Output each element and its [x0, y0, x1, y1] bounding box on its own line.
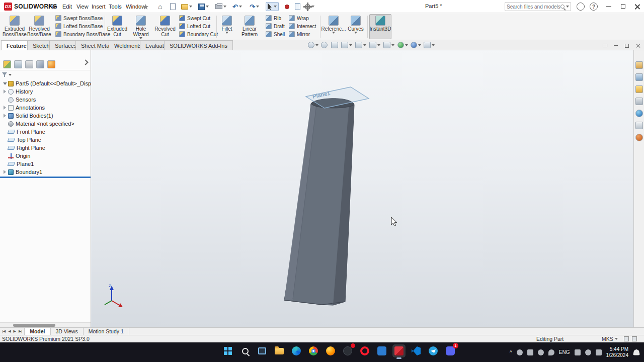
- revolved-cut-button[interactable]: Revolved Cut: [154, 14, 176, 39]
- next-tab-button[interactable]: ▶: [13, 329, 17, 333]
- tree-item-sensors[interactable]: Sensors: [0, 96, 91, 104]
- chevron-down-icon[interactable]: [225, 32, 228, 34]
- notification-center-icon[interactable]: [633, 349, 640, 355]
- zoom-area-button[interactable]: [321, 42, 328, 48]
- undo-button[interactable]: ↶: [232, 2, 242, 11]
- tree-item-right-plane[interactable]: Right Plane: [0, 144, 91, 152]
- onedrive-icon[interactable]: [548, 349, 554, 355]
- tray-icon-3[interactable]: [538, 349, 544, 355]
- shell-button[interactable]: Shell: [265, 30, 287, 38]
- edge-button[interactable]: [290, 344, 303, 357]
- doc-cascade-button[interactable]: [600, 42, 610, 49]
- firefox-button[interactable]: [324, 344, 337, 357]
- solidworks-resources-icon[interactable]: [635, 134, 643, 141]
- expanded-arrow-icon[interactable]: [3, 82, 7, 85]
- tree-root-part5[interactable]: Part5 (Default<<Default>_Display S: [0, 79, 91, 87]
- tree-item-material[interactable]: Material <not specified>: [0, 120, 91, 128]
- language-indicator[interactable]: ENG: [559, 349, 570, 355]
- collapsed-arrow-icon[interactable]: [4, 114, 6, 118]
- panel-horizontal-scrollbar[interactable]: [0, 322, 91, 327]
- view-settings-button[interactable]: [424, 42, 435, 48]
- swept-boss-base-button[interactable]: Swept Boss/Base: [54, 14, 103, 22]
- search-icon[interactable]: [560, 5, 565, 9]
- view-palette-icon[interactable]: [635, 98, 643, 105]
- tree-item-annotations[interactable]: Annotations: [0, 104, 91, 112]
- extruded-boss-base-button[interactable]: Extruded Boss/Base: [3, 14, 26, 39]
- chevron-down-icon[interactable]: [223, 6, 226, 8]
- volume-icon[interactable]: [585, 349, 591, 355]
- chevron-down-icon[interactable]: [9, 74, 12, 76]
- select-tool-button[interactable]: [266, 2, 279, 11]
- minimize-button[interactable]: [602, 0, 616, 13]
- linear-pattern-button[interactable]: Linear Pattern: [236, 14, 263, 39]
- tray-icon-2[interactable]: [527, 349, 533, 355]
- first-tab-button[interactable]: |◀: [1, 329, 7, 333]
- rib-button[interactable]: Rib: [265, 14, 287, 22]
- lofted-cut-button[interactable]: Lofted Cut: [178, 22, 214, 30]
- lofted-boss-base-button[interactable]: Lofted Boss/Base: [54, 22, 103, 30]
- edit-appearance-button[interactable]: [397, 42, 408, 48]
- tray-expand-chevron[interactable]: ^: [510, 349, 512, 355]
- tree-item-origin[interactable]: Origin: [0, 152, 91, 160]
- task-view-button[interactable]: [256, 344, 269, 357]
- start-button[interactable]: [221, 344, 234, 357]
- instant3d-button[interactable]: Instant3D: [369, 14, 391, 39]
- tray-icon-1[interactable]: [517, 349, 523, 355]
- maximize-button[interactable]: [616, 0, 630, 13]
- fillet-button[interactable]: Fillet: [218, 14, 235, 39]
- file-explorer-button[interactable]: [273, 344, 286, 357]
- chevron-down-icon[interactable]: [239, 6, 242, 8]
- discord-button[interactable]: 1: [444, 344, 457, 357]
- doc-restore-button[interactable]: [622, 42, 632, 49]
- apply-scene-button[interactable]: [411, 42, 421, 48]
- options-button[interactable]: [305, 2, 314, 11]
- zoom-fit-button[interactable]: [308, 42, 318, 48]
- collapsed-arrow-icon[interactable]: [4, 170, 6, 174]
- tab-solidworks-add-ins[interactable]: SOLIDWORKS Add-Ins: [164, 40, 233, 50]
- curves-button[interactable]: Curves: [346, 14, 365, 39]
- tree-item-boundary1[interactable]: Boundary1: [0, 168, 91, 176]
- status-tag-icon[interactable]: [624, 336, 629, 341]
- status-expand-icon[interactable]: [632, 336, 637, 341]
- design-library-icon[interactable]: [635, 73, 643, 81]
- wifi-icon[interactable]: [575, 349, 581, 355]
- help-button[interactable]: ?: [590, 3, 598, 11]
- boundary-boss-base-button[interactable]: Boundary Boss/Base: [54, 30, 103, 38]
- chevron-down-icon[interactable]: [391, 44, 394, 46]
- redo-button[interactable]: ↷: [250, 2, 259, 11]
- display-style-button[interactable]: [369, 42, 380, 48]
- chevron-down-icon[interactable]: [315, 44, 318, 46]
- view-orientation-button[interactable]: [355, 42, 366, 48]
- tree-item-front-plane[interactable]: Front Plane: [0, 128, 91, 136]
- chevron-down-icon[interactable]: [405, 44, 408, 46]
- dimxpertmanager-tab[interactable]: [36, 60, 44, 68]
- chevron-down-icon[interactable]: [332, 32, 335, 34]
- chevron-down-icon[interactable]: [432, 44, 435, 46]
- chevron-down-icon[interactable]: [349, 44, 352, 46]
- home-button[interactable]: ⌂: [158, 2, 162, 11]
- chevron-down-icon[interactable]: [377, 44, 380, 46]
- hide-show-items-button[interactable]: [383, 42, 394, 48]
- scrollbar-thumb[interactable]: [13, 324, 55, 327]
- reference-geometry-button[interactable]: Referenc...: [322, 14, 345, 39]
- hole-wizard-button[interactable]: Hole Wizard: [129, 14, 153, 39]
- swept-cut-button[interactable]: Swept Cut: [178, 14, 214, 22]
- search-box[interactable]: [505, 2, 571, 11]
- tab-motion-study-1[interactable]: Motion Study 1: [84, 328, 129, 335]
- opera-button[interactable]: [358, 344, 371, 357]
- tab-3d-views[interactable]: 3D Views: [51, 328, 84, 335]
- intersect-button[interactable]: Intersect: [288, 22, 319, 30]
- chevron-down-icon[interactable]: [354, 32, 357, 34]
- graphics-viewport[interactable]: Plane1 z: [91, 50, 633, 327]
- blue-app-button[interactable]: [375, 344, 388, 357]
- file-explorer-icon[interactable]: [635, 85, 643, 93]
- chevron-down-icon[interactable]: [363, 44, 366, 46]
- github-desktop-button[interactable]: [341, 344, 354, 357]
- open-button[interactable]: [181, 2, 192, 11]
- chevron-down-icon[interactable]: [274, 6, 277, 8]
- section-view-button[interactable]: [341, 42, 352, 48]
- mirror-button[interactable]: Mirror: [288, 30, 319, 38]
- tree-item-solid-bodies[interactable]: Solid Bodies(1): [0, 112, 91, 120]
- revolved-boss-base-button[interactable]: Revolved Boss/Base: [27, 14, 51, 39]
- appearances-icon[interactable]: [635, 110, 643, 117]
